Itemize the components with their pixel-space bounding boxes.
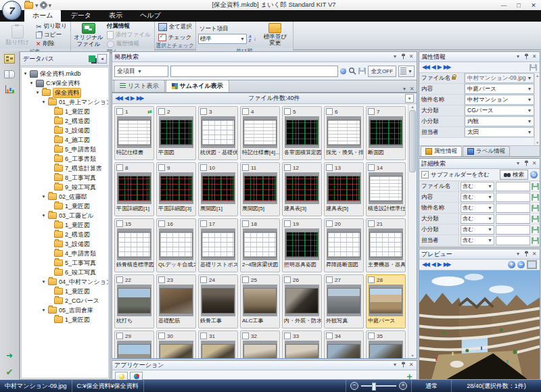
- thumbnail-item[interactable]: 9平面詳細図[3]: [156, 162, 196, 216]
- collapse-panel-icon[interactable]: ◂: [97, 54, 107, 64]
- condition-select[interactable]: 含む▼: [461, 236, 494, 245]
- expander-icon[interactable]: ▼: [41, 100, 46, 104]
- tree-node[interactable]: 5_申請書類: [22, 145, 109, 154]
- tree-node[interactable]: ▼01_井上マンション: [22, 97, 109, 107]
- nav-next-button[interactable]: ▶: [131, 95, 134, 101]
- expander-icon[interactable]: ▼: [41, 280, 46, 284]
- tab-thumbnail-view[interactable]: サムネイル表示: [166, 80, 229, 92]
- thumbnail-item[interactable]: 33: [282, 330, 322, 358]
- detail-search-input[interactable]: [496, 214, 530, 224]
- scroll-up-icon[interactable]: ▲: [411, 105, 415, 109]
- panel-close-icon[interactable]: ✕: [531, 160, 538, 168]
- panel-menu-icon[interactable]: ▾: [392, 362, 398, 369]
- chart-icon[interactable]: [5, 85, 14, 93]
- thumbnail-item[interactable]: 17基礎リストポスト配...: [198, 218, 238, 272]
- search-magnifier-icon[interactable]: [348, 67, 356, 75]
- thumbnail-item[interactable]: 8平面詳細図[1]: [114, 162, 154, 216]
- expander-icon[interactable]: ▼: [41, 195, 46, 199]
- zoom-out-icon[interactable]: −: [517, 261, 525, 268]
- thumbnail-item[interactable]: 29: [114, 330, 154, 358]
- expander-icon[interactable]: ▼: [41, 214, 46, 218]
- thumb-checkbox[interactable]: [326, 333, 333, 339]
- search-input[interactable]: [170, 66, 338, 77]
- thumbnail-item[interactable]: 28中庭パース: [366, 274, 406, 328]
- expander-icon[interactable]: ▼: [35, 91, 40, 95]
- detail-search-input[interactable]: [496, 225, 530, 235]
- tree-node[interactable]: 1_意匠図: [22, 201, 109, 211]
- tab-label-info[interactable]: ラベル情報: [463, 146, 510, 156]
- thumbnail-item[interactable]: 7断面図: [366, 106, 406, 160]
- thumb-checkbox[interactable]: [242, 333, 249, 339]
- thumb-checkbox[interactable]: [284, 220, 291, 227]
- fit-view-icon[interactable]: [527, 260, 537, 269]
- delete-button[interactable]: ✕削除: [34, 40, 68, 48]
- thumb-checkbox[interactable]: [284, 108, 291, 115]
- thumbnail-item[interactable]: 32: [240, 330, 280, 358]
- book-icon[interactable]: [4, 70, 15, 78]
- thumb-checkbox[interactable]: [326, 276, 333, 283]
- ribbon-tab-ホーム[interactable]: ホーム: [24, 9, 61, 22]
- panel-menu-icon[interactable]: ▾: [392, 53, 398, 61]
- thumbnail-item[interactable]: 24鉄骨工事: [198, 274, 238, 328]
- slider-handle[interactable]: [372, 383, 376, 391]
- thumb-checkbox[interactable]: [116, 108, 123, 115]
- thumbnail-item[interactable]: 5各室面積算定図: [282, 106, 322, 160]
- save-search-icon[interactable]: [358, 68, 366, 74]
- tree-view-icon[interactable]: [89, 55, 95, 62]
- pin-icon[interactable]: [400, 362, 406, 369]
- scrollbar-thumb[interactable]: [409, 110, 416, 172]
- panel-close-icon[interactable]: ✕: [408, 362, 415, 369]
- sort-select[interactable]: 標準▼: [198, 34, 247, 44]
- thumb-checkbox[interactable]: [326, 164, 333, 171]
- expander-icon[interactable]: ▼: [29, 81, 34, 85]
- scroll-down-icon[interactable]: ▼: [411, 353, 415, 358]
- thumb-checkbox[interactable]: [158, 276, 165, 283]
- tree-node[interactable]: 5_工事写真: [22, 258, 109, 268]
- thumb-checkbox[interactable]: [116, 164, 123, 171]
- select-all-button[interactable]: 全て選択: [157, 23, 193, 31]
- tree-node[interactable]: 3_設備図: [22, 126, 109, 135]
- thumb-checkbox[interactable]: [200, 108, 207, 115]
- thumb-checkbox[interactable]: [158, 164, 165, 171]
- thumbnail-item[interactable]: 22杭打ち: [114, 274, 154, 328]
- slider-track[interactable]: [361, 385, 396, 387]
- tree-node[interactable]: 2_構造図: [22, 230, 109, 239]
- thumbnail-item[interactable]: 6採光・換気・排煙...: [324, 106, 364, 160]
- tree-node[interactable]: ▼05_吉田倉庫: [22, 305, 109, 315]
- tree-node[interactable]: 1_意匠図: [22, 220, 109, 230]
- preview-image[interactable]: [419, 270, 540, 379]
- thumbnail-item[interactable]: 26内・外装・防水・設...: [282, 274, 322, 328]
- panel-menu-icon[interactable]: ▾: [515, 251, 521, 258]
- nav-next-button[interactable]: ▶: [438, 64, 441, 70]
- nav-last-button[interactable]: ▶▶: [137, 95, 143, 101]
- panel-close-icon[interactable]: ✕: [531, 53, 538, 61]
- thumbnail-item[interactable]: 31: [198, 330, 238, 358]
- minimize-button[interactable]: —: [496, 1, 511, 10]
- tree-node[interactable]: 1_意匠図: [22, 315, 109, 324]
- thumbnail-item[interactable]: 27外観写真: [324, 274, 364, 328]
- tree-node[interactable]: 7_構造計算書: [22, 164, 109, 173]
- tree-node[interactable]: ▼保全資料.mkdb: [22, 69, 109, 78]
- thumbnail-item[interactable]: 4特記仕様書[4]...: [240, 106, 280, 160]
- attribute-save-icon[interactable]: [530, 64, 537, 71]
- field-save-button[interactable]: [530, 237, 540, 244]
- apply-check-icon[interactable]: ✔: [6, 367, 14, 377]
- tree-node[interactable]: 6_工事書類: [22, 154, 109, 164]
- fulltext-toggle-button[interactable]: 全文OFF: [368, 66, 396, 77]
- thumb-checkbox[interactable]: [116, 333, 123, 339]
- tabstrip-menu-icon[interactable]: ▾: [401, 86, 408, 92]
- thumbnail-item[interactable]: 35: [366, 330, 406, 358]
- thumbnail-item[interactable]: 25ALC工事: [240, 274, 280, 328]
- tree-node[interactable]: 4_申請書類: [22, 249, 109, 258]
- thumb-checkbox[interactable]: [242, 164, 249, 171]
- panel-menu-icon[interactable]: ▾: [515, 53, 521, 61]
- field-save-button[interactable]: [530, 216, 540, 222]
- thumb-checkbox[interactable]: [326, 108, 333, 115]
- thumbnail-item[interactable]: 14構造設計標準仕様: [366, 162, 406, 216]
- refresh-icon[interactable]: ↻: [530, 171, 538, 178]
- field-save-button[interactable]: [530, 183, 540, 190]
- condition-select[interactable]: 含む▼: [461, 225, 494, 235]
- thumb-checkbox[interactable]: [368, 164, 375, 171]
- result-view-split-button[interactable]: ▼: [398, 66, 415, 77]
- detail-search-input[interactable]: [496, 236, 530, 245]
